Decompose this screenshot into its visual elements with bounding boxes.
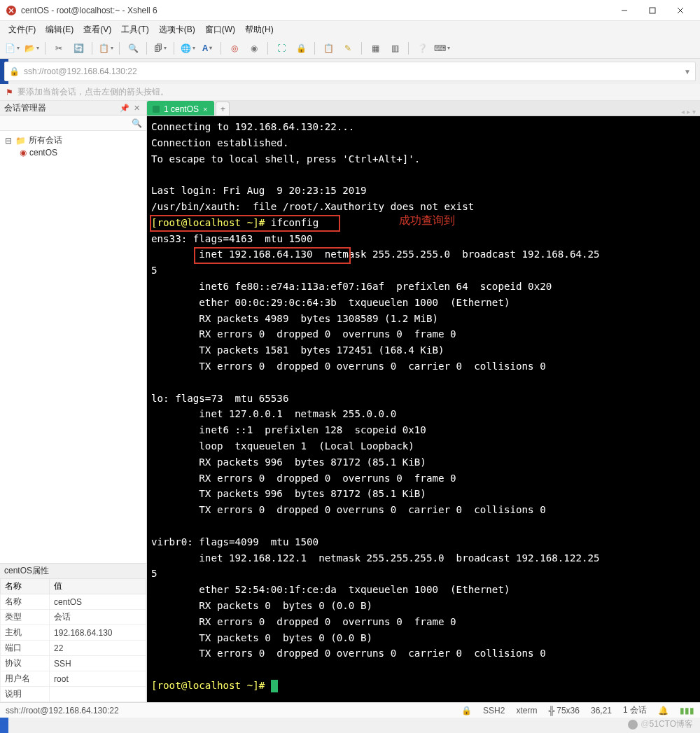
- properties-header: centOS属性: [0, 564, 146, 578]
- tab-nav-icons[interactable]: ◂ ▸ ▾: [677, 108, 700, 116]
- properties-title: centOS属性: [4, 565, 49, 577]
- close-pane-icon[interactable]: ✕: [132, 104, 142, 113]
- address-bar[interactable]: 🔒 ssh://root@192.168.64.130:22 ▼: [4, 62, 696, 81]
- separator: [174, 42, 174, 55]
- session-search[interactable]: 🔍: [0, 116, 146, 131]
- table-row: 名称centOS: [1, 594, 146, 610]
- svg-point-5: [628, 720, 638, 729]
- main-area: 会话管理器 📌 ✕ 🔍 ⊟📁 所有会话 ◉ centOS centOS属性: [0, 101, 700, 702]
- tab-indicator-icon: [153, 106, 160, 113]
- menu-edit[interactable]: 编辑(E): [41, 22, 78, 37]
- watermark: @51CTO博客: [627, 718, 693, 730]
- paste-icon[interactable]: 📋: [321, 41, 336, 56]
- menu-view[interactable]: 查看(V): [79, 22, 115, 37]
- properties-icon[interactable]: 📋▾: [98, 41, 113, 56]
- conn-indicator-icon: ▮▮▮: [680, 706, 694, 715]
- fullscreen-icon[interactable]: ⛶: [274, 41, 289, 56]
- record-icon[interactable]: ◎: [227, 41, 242, 56]
- terminal[interactable]: Connecting to 192.168.64.130:22... Conne…: [147, 116, 700, 702]
- copy-icon[interactable]: 🗐▾: [153, 41, 168, 56]
- app-icon: [6, 5, 17, 16]
- tab-label: 1 centOS: [164, 104, 199, 114]
- pin-icon[interactable]: 📌: [118, 104, 132, 113]
- tab-bar: 1 centOS × + ◂ ▸ ▾: [147, 101, 700, 116]
- tab-close-icon[interactable]: ×: [203, 105, 207, 113]
- status-sessions: 1 会话: [623, 704, 647, 716]
- layout2-icon[interactable]: ▥: [387, 41, 402, 56]
- properties-table: 名称 值 名称centOS类型会话主机192.168.64.130端口22协议S…: [0, 578, 146, 702]
- separator: [119, 42, 120, 55]
- tree-root[interactable]: ⊟📁 所有会话: [4, 134, 142, 147]
- tab-active[interactable]: 1 centOS ×: [147, 101, 214, 116]
- separator: [45, 42, 46, 55]
- table-row: 说明: [1, 687, 146, 702]
- session-tree[interactable]: ⊟📁 所有会话 ◉ centOS: [0, 131, 146, 563]
- menu-window[interactable]: 窗口(W): [201, 22, 239, 37]
- terminal-wrapper: 1 centOS × + ◂ ▸ ▾ Connecting to 192.168…: [147, 101, 700, 702]
- close-button[interactable]: [666, 0, 694, 21]
- tree-root-label: 所有会话: [29, 134, 62, 146]
- table-row: 主机192.168.64.130: [1, 625, 146, 641]
- table-row: 用户名root: [1, 671, 146, 687]
- shortcut-icon[interactable]: ⌨▾: [434, 41, 449, 56]
- col-name: 名称: [1, 579, 50, 594]
- help-icon[interactable]: ❔: [414, 41, 430, 56]
- address-dropdown-icon[interactable]: ▼: [684, 68, 691, 76]
- properties-pane: centOS属性 名称 值 名称centOS类型会话主机192.168.64.1…: [0, 563, 146, 702]
- toolbar: 📄▾ 📂▾ ✂ 🔄 📋▾ 🔍 🗐▾ 🌐▾ A ▾ ◎ ◉ ⛶ 🔒 📋 ✎ ▦ ▥…: [0, 38, 700, 59]
- separator: [92, 42, 92, 55]
- tree-child-label: centOS: [29, 148, 57, 158]
- status-bar: ssh://root@192.168.64.130:22 🔒 SSH2 xter…: [0, 702, 700, 718]
- menu-file[interactable]: 文件(F): [4, 22, 40, 37]
- col-value: 值: [50, 579, 146, 594]
- annotation-label: 成功查询到: [399, 213, 455, 229]
- window-controls: [610, 0, 694, 21]
- menu-tabs[interactable]: 选项卡(B): [155, 22, 200, 37]
- font-icon[interactable]: A ▾: [200, 41, 215, 56]
- tree-child[interactable]: ◉ centOS: [20, 147, 142, 158]
- session-pane-title: 会话管理器: [4, 102, 46, 114]
- menu-help[interactable]: 帮助(H): [241, 22, 278, 37]
- table-row: 类型会话: [1, 610, 146, 625]
- status-pos: 36,21: [591, 706, 612, 715]
- highlight-icon[interactable]: ✎: [340, 41, 356, 56]
- table-row: 协议SSH: [1, 656, 146, 671]
- add-tab-button[interactable]: +: [216, 102, 230, 116]
- separator: [408, 42, 409, 55]
- secure-icon: 🔒: [9, 67, 20, 76]
- find-icon[interactable]: 🔍: [125, 41, 141, 56]
- flag-icon: ⚑: [6, 88, 13, 97]
- separator: [267, 42, 268, 55]
- hint-bar: ⚑ 要添加当前会话，点击左侧的箭头按钮。: [0, 84, 700, 101]
- status-url: ssh://root@192.168.64.130:22: [6, 706, 119, 715]
- address-url: ssh://root@192.168.64.130:22: [24, 67, 137, 76]
- bell-icon: 🔔: [658, 706, 668, 715]
- separator: [361, 42, 362, 55]
- lock-icon[interactable]: 🔒: [293, 41, 309, 56]
- status-ssh: SSH2: [483, 706, 505, 715]
- new-session-icon[interactable]: 📄▾: [4, 41, 20, 56]
- globe-icon[interactable]: 🌐▾: [180, 41, 195, 56]
- layout1-icon[interactable]: ▦: [368, 41, 383, 56]
- menu-bar: 文件(F) 编辑(E) 查看(V) 工具(T) 选项卡(B) 窗口(W) 帮助(…: [0, 21, 700, 38]
- maximize-button[interactable]: [638, 0, 666, 21]
- reconnect-icon[interactable]: 🔄: [71, 41, 86, 56]
- title-bar: centOS - root@localhost:~ - Xshell 6: [0, 0, 700, 21]
- status-term: xterm: [516, 706, 537, 715]
- search-icon: 🔍: [132, 118, 142, 128]
- stop-record-icon[interactable]: ◉: [246, 41, 262, 56]
- hint-text: 要添加当前会话，点击左侧的箭头按钮。: [18, 86, 169, 98]
- separator: [314, 42, 315, 55]
- status-size: 75x36: [556, 706, 580, 715]
- disconnect-icon[interactable]: ✂: [51, 41, 66, 56]
- minimize-button[interactable]: [610, 0, 638, 21]
- status-lock-icon: 🔒: [461, 706, 472, 715]
- session-pane-header: 会话管理器 📌 ✕: [0, 101, 146, 116]
- svg-rect-2: [650, 8, 655, 13]
- menu-tools[interactable]: 工具(T): [117, 22, 153, 37]
- window-title: centOS - root@localhost:~ - Xshell 6: [21, 6, 610, 15]
- open-icon[interactable]: 📂▾: [24, 41, 39, 56]
- left-panel: 会话管理器 📌 ✕ 🔍 ⊟📁 所有会话 ◉ centOS centOS属性: [0, 101, 147, 702]
- separator: [146, 42, 147, 55]
- table-row: 端口22: [1, 641, 146, 656]
